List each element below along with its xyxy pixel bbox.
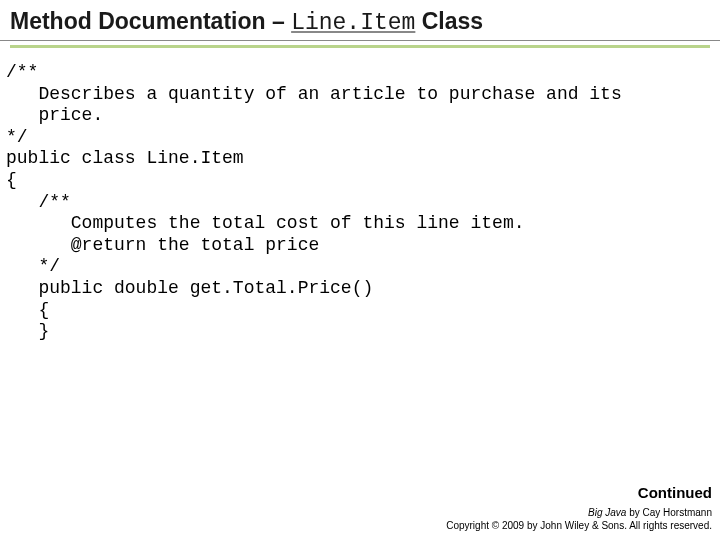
byline: by Cay Horstmann xyxy=(626,507,712,518)
copyright-block: Big Java by Cay Horstmann Copyright © 20… xyxy=(446,507,712,532)
slide-title-bar: Method Documentation – Line.Item Class xyxy=(0,0,720,41)
book-title: Big Java xyxy=(588,507,626,518)
footer: Continued Big Java by Cay Horstmann Copy… xyxy=(446,484,712,532)
title-suffix: Class xyxy=(415,8,483,34)
continued-label: Continued xyxy=(446,484,712,501)
title-prefix: Method Documentation – xyxy=(10,8,291,34)
code-block: /** Describes a quantity of an article t… xyxy=(0,48,720,343)
copyright-text: Copyright © 2009 by John Wiley & Sons. A… xyxy=(446,520,712,531)
title-code: Line.Item xyxy=(291,10,415,36)
